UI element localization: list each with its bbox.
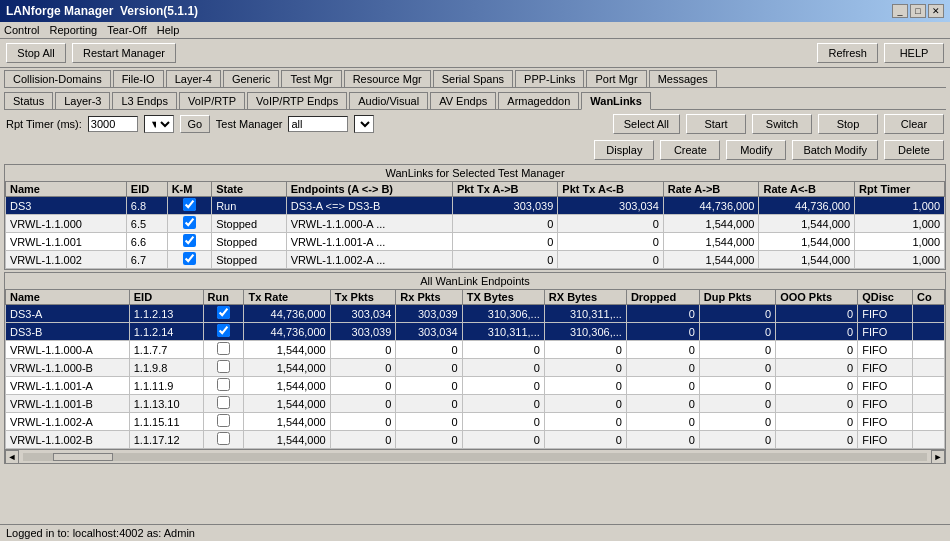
ep-cell-tx-pkts: 0 [330, 431, 396, 449]
ep-cell-run[interactable] [203, 431, 244, 449]
tab-file-io[interactable]: File-IO [113, 70, 164, 87]
menu-control[interactable]: Control [4, 24, 39, 36]
table-row[interactable]: VRWL-1.1.002-B 1.1.17.12 1,544,000 0 0 0… [6, 431, 945, 449]
ep-cell-tx-pkts: 303,034 [330, 305, 396, 323]
wl-cell-eid: 6.7 [126, 251, 167, 269]
test-manager-select[interactable]: ▼ [354, 115, 374, 133]
tab-collision-domains[interactable]: Collision-Domains [4, 70, 111, 87]
minimize-button[interactable]: _ [892, 4, 908, 18]
rpt-timer-input[interactable] [88, 116, 138, 132]
select-all-button[interactable]: Select All [613, 114, 680, 134]
stop-button[interactable]: Stop [818, 114, 878, 134]
tab-armageddon[interactable]: Armageddon [498, 92, 579, 109]
ep-cell-qdisc: FIFO [858, 395, 913, 413]
tab-messages[interactable]: Messages [649, 70, 717, 87]
ep-cell-eid: 1.1.9.8 [129, 359, 203, 377]
table-row[interactable]: VRWL-1.1.002-A 1.1.15.11 1,544,000 0 0 0… [6, 413, 945, 431]
ep-cell-rx-pkts: 0 [396, 359, 462, 377]
wl-cell-km[interactable] [167, 251, 211, 269]
table-row[interactable]: VRWL-1.1.001 6.6 Stopped VRWL-1.1.001-A … [6, 233, 945, 251]
table-row[interactable]: VRWL-1.1.002 6.7 Stopped VRWL-1.1.002-A … [6, 251, 945, 269]
tab-av-endps[interactable]: AV Endps [430, 92, 496, 109]
maximize-button[interactable]: □ [910, 4, 926, 18]
wl-cell-name: DS3 [6, 197, 127, 215]
stop-all-button[interactable]: Stop All [6, 43, 66, 63]
ep-cell-run[interactable] [203, 305, 244, 323]
ep-cell-run[interactable] [203, 413, 244, 431]
tab-generic[interactable]: Generic [223, 70, 280, 87]
tab-voip-rtp[interactable]: VoIP/RTP [179, 92, 245, 109]
scroll-left-button[interactable]: ◄ [5, 450, 19, 464]
ep-cell-run[interactable] [203, 395, 244, 413]
start-button[interactable]: Start [686, 114, 746, 134]
table-row[interactable]: DS3-B 1.1.2.14 44,736,000 303,039 303,03… [6, 323, 945, 341]
ep-cell-name: VRWL-1.1.000-B [6, 359, 130, 377]
table-row[interactable]: DS3 6.8 Run DS3-A <=> DS3-B 303,039 303,… [6, 197, 945, 215]
wl-col-rate-ab: Rate A->B [663, 182, 759, 197]
menu-reporting[interactable]: Reporting [49, 24, 97, 36]
tab-wanlinks[interactable]: WanLinks [581, 92, 651, 110]
tab-serial-spans[interactable]: Serial Spans [433, 70, 513, 87]
table-row[interactable]: VRWL-1.1.001-B 1.1.13.10 1,544,000 0 0 0… [6, 395, 945, 413]
table-row[interactable]: DS3-A 1.1.2.13 44,736,000 303,034 303,03… [6, 305, 945, 323]
wl-cell-km[interactable] [167, 197, 211, 215]
help-button[interactable]: HELP [884, 43, 944, 63]
delete-button[interactable]: Delete [884, 140, 944, 160]
batch-modify-button[interactable]: Batch Modify [792, 140, 878, 160]
clear-button[interactable]: Clear [884, 114, 944, 134]
ep-col-name: Name [6, 290, 130, 305]
tab-audio-visual[interactable]: Audio/Visual [349, 92, 428, 109]
menu-tear-off[interactable]: Tear-Off [107, 24, 147, 36]
restart-manager-button[interactable]: Restart Manager [72, 43, 176, 63]
wl-cell-rate-ba: 1,544,000 [759, 233, 855, 251]
endpoints-section: All WanLink Endpoints Name EID Run Tx Ra… [4, 272, 946, 464]
ep-cell-qdisc: FIFO [858, 341, 913, 359]
window-title: LANforge Manager Version(5.1.1) [6, 4, 198, 18]
ep-col-qdisc: QDisc [858, 290, 913, 305]
endpoints-header-row: Name EID Run Tx Rate Tx Pkts Rx Pkts TX … [6, 290, 945, 305]
tab-l3-endps[interactable]: L3 Endps [112, 92, 176, 109]
tab-resource-mgr[interactable]: Resource Mgr [344, 70, 431, 87]
test-manager-input[interactable] [288, 116, 348, 132]
table-row[interactable]: VRWL-1.1.000-A 1.1.7.7 1,544,000 0 0 0 0… [6, 341, 945, 359]
tab-layer-3[interactable]: Layer-3 [55, 92, 110, 109]
ep-cell-name: VRWL-1.1.001-A [6, 377, 130, 395]
tab-ppp-links[interactable]: PPP-Links [515, 70, 584, 87]
ep-cell-tx-bytes: 0 [462, 395, 544, 413]
modify-button[interactable]: Modify [726, 140, 786, 160]
tab-port-mgr[interactable]: Port Mgr [586, 70, 646, 87]
wl-cell-endpoints: DS3-A <=> DS3-B [286, 197, 452, 215]
scroll-right-button[interactable]: ► [931, 450, 945, 464]
rpt-timer-unit-select[interactable]: ▼ [144, 115, 174, 133]
table-row[interactable]: VRWL-1.1.000-B 1.1.9.8 1,544,000 0 0 0 0… [6, 359, 945, 377]
wl-cell-eid: 6.5 [126, 215, 167, 233]
refresh-button[interactable]: Refresh [817, 43, 878, 63]
wl-cell-endpoints: VRWL-1.1.002-A ... [286, 251, 452, 269]
ep-cell-tx-rate: 1,544,000 [244, 341, 330, 359]
ep-cell-run[interactable] [203, 323, 244, 341]
ep-cell-run[interactable] [203, 377, 244, 395]
wl-cell-eid: 6.6 [126, 233, 167, 251]
tab-layer-4[interactable]: Layer-4 [166, 70, 221, 87]
ep-cell-run[interactable] [203, 359, 244, 377]
ep-cell-run[interactable] [203, 341, 244, 359]
table-row[interactable]: VRWL-1.1.001-A 1.1.11.9 1,544,000 0 0 0 … [6, 377, 945, 395]
endpoints-scrollbar[interactable]: ◄ ► [5, 449, 945, 463]
tab-test-mgr[interactable]: Test Mgr [281, 70, 341, 87]
wl-cell-km[interactable] [167, 215, 211, 233]
close-button[interactable]: ✕ [928, 4, 944, 18]
go-button[interactable]: Go [180, 115, 210, 133]
tab-status[interactable]: Status [4, 92, 53, 109]
display-button[interactable]: Display [594, 140, 654, 160]
create-button[interactable]: Create [660, 140, 720, 160]
menu-help[interactable]: Help [157, 24, 180, 36]
ep-cell-name: VRWL-1.1.000-A [6, 341, 130, 359]
switch-button[interactable]: Switch [752, 114, 812, 134]
wl-cell-km[interactable] [167, 233, 211, 251]
window-controls[interactable]: _ □ ✕ [892, 4, 944, 18]
tab-voip-rtp-endps[interactable]: VoIP/RTP Endps [247, 92, 347, 109]
ep-cell-co [913, 431, 945, 449]
ep-cell-tx-bytes: 0 [462, 377, 544, 395]
scrollbar-thumb[interactable] [53, 453, 113, 461]
table-row[interactable]: VRWL-1.1.000 6.5 Stopped VRWL-1.1.000-A … [6, 215, 945, 233]
